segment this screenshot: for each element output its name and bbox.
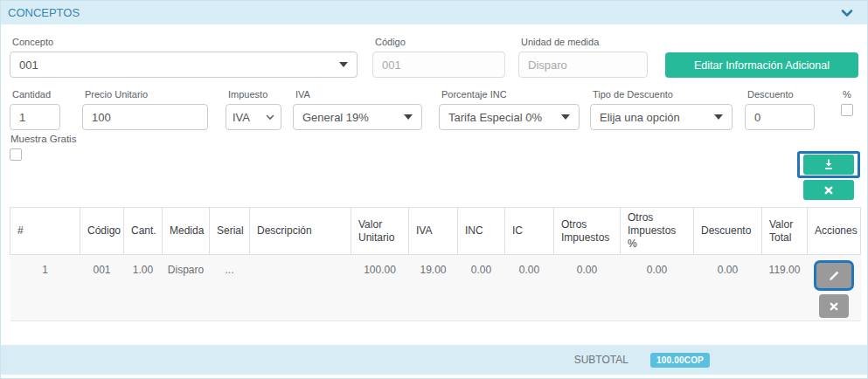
porcentaje-inc-dropdown[interactable]: Tarifa Especial 0% [439, 104, 580, 130]
descuento-input[interactable] [745, 104, 815, 130]
impuesto-value: IVA [233, 111, 250, 124]
download-icon [822, 158, 836, 171]
col-serial: Serial [210, 208, 250, 255]
concepto-value: 001 [19, 59, 38, 72]
col-otros-impuestos-pct: Otros Impuestos % [621, 208, 694, 255]
col-inc: INC [458, 208, 505, 255]
col-num: # [10, 208, 80, 255]
iva-value: General 19% [302, 111, 369, 124]
subtotal-badge: 100.00COP [650, 353, 710, 368]
iva-dropdown[interactable]: General 19% [293, 104, 422, 130]
caret-down-icon [339, 62, 348, 67]
cell-ic: 0.00 [505, 255, 554, 321]
cell-descripcion [250, 255, 351, 321]
codigo-label: Código [375, 36, 505, 48]
select-chevron-icon [266, 114, 274, 121]
chevron-down-icon[interactable] [841, 9, 853, 17]
precio-unitario-label: Precio Unitario [85, 88, 208, 100]
col-medida: Medida [163, 208, 210, 255]
cell-cant: 1.00 [124, 255, 163, 321]
concepto-dropdown[interactable]: 001 [10, 52, 358, 78]
clear-concept-button[interactable] [803, 180, 854, 200]
highlight-outline [797, 151, 860, 178]
col-descuento: Descuento [694, 208, 762, 255]
unidad-medida-value: Disparo [528, 59, 567, 72]
panel-header: CONCEPTOS [1, 1, 867, 24]
muestra-gratis-label: Muestra Gratis [10, 133, 858, 145]
x-icon [823, 185, 834, 196]
precio-unitario-input[interactable] [82, 104, 208, 130]
x-icon [829, 301, 839, 312]
cell-valor-unitario: 100.00 [351, 255, 409, 321]
concept-actions-cluster [797, 151, 860, 200]
col-iva: IVA [409, 208, 458, 255]
codigo-value: 001 [382, 59, 401, 72]
table-row: 1 001 1.00 Disparo ... 100.00 19.00 0.00… [10, 255, 861, 321]
tipo-descuento-value: Elija una opción [600, 111, 680, 124]
concepto-label: Concepto [12, 36, 358, 48]
cantidad-input[interactable] [10, 104, 60, 130]
unidad-medida-label: Unidad de medida [521, 36, 648, 48]
cell-valor-total: 119.00 [762, 255, 808, 321]
cell-acciones [808, 255, 861, 321]
cell-inc: 0.00 [458, 255, 505, 321]
cell-descuento: 0.00 [694, 255, 762, 321]
porcentaje-checkbox-label: % [843, 88, 851, 100]
caret-down-icon [561, 114, 570, 120]
cell-iva: 19.00 [409, 255, 458, 321]
impuesto-label: Impuesto [228, 88, 281, 100]
editar-informacion-adicional-button[interactable]: Editar Información Adicional [665, 52, 858, 78]
form-area: Concepto 001 Código 001 Unidad de medida… [1, 36, 867, 321]
pencil-icon [828, 270, 840, 282]
conceptos-table: # Código Cant. Medida Serial Descripción… [10, 207, 861, 321]
cell-medida: Disparo [163, 255, 210, 321]
conceptos-panel: CONCEPTOS Concepto 001 Código 001 Unidad… [0, 0, 868, 379]
insert-concept-button[interactable] [803, 155, 854, 175]
panel-title: CONCEPTOS [8, 6, 80, 19]
tipo-descuento-label: Tipo de Descuento [593, 88, 733, 100]
col-valor-unitario: Valor Unitario [351, 208, 409, 255]
col-ic: IC [505, 208, 554, 255]
caret-down-icon [714, 114, 723, 120]
porcentaje-checkbox[interactable] [841, 104, 853, 116]
subtotal-label: SUBTOTAL [574, 354, 628, 366]
col-otros-impuestos: Otros Impuestos [554, 208, 621, 255]
caret-down-icon [404, 114, 413, 120]
tipo-descuento-dropdown[interactable]: Elija una opción [590, 104, 733, 130]
cell-codigo: 001 [80, 255, 124, 321]
edit-row-button[interactable] [816, 263, 851, 288]
col-valor-total: Valor Total [762, 208, 808, 255]
cell-otros-impuestos: 0.00 [554, 255, 621, 321]
cell-num: 1 [10, 255, 80, 321]
codigo-field: 001 [372, 52, 505, 78]
col-cant: Cant. [124, 208, 163, 255]
descuento-label: Descuento [747, 88, 815, 100]
table-header-row: # Código Cant. Medida Serial Descripción… [10, 208, 861, 255]
porcentaje-inc-label: Porcentaje INC [441, 88, 580, 100]
col-descripcion: Descripción [250, 208, 351, 255]
porcentaje-inc-value: Tarifa Especial 0% [448, 111, 542, 124]
cantidad-label: Cantidad [12, 88, 60, 100]
muestra-gratis-checkbox[interactable] [10, 148, 22, 161]
cell-otros-impuestos-pct: 0.00 [621, 255, 694, 321]
delete-row-button[interactable] [819, 294, 849, 318]
col-acciones: Acciones [808, 208, 861, 255]
impuesto-select[interactable]: IVA [226, 104, 281, 130]
unidad-medida-field: Disparo [518, 52, 648, 78]
iva-label: IVA [295, 88, 422, 100]
subtotal-footer: SUBTOTAL 100.00COP [1, 345, 867, 375]
col-codigo: Código [80, 208, 124, 255]
cell-serial: ... [210, 255, 250, 321]
